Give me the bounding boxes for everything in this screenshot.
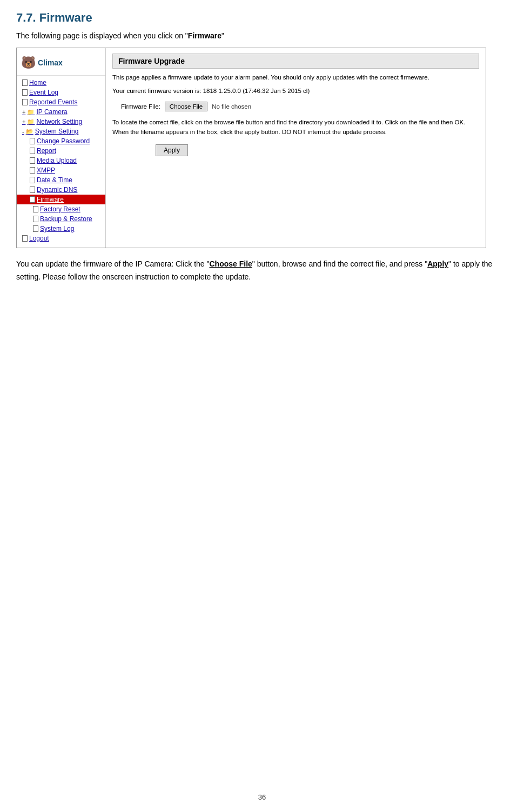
sidebar-label-backup-restore: Backup & Restore — [40, 215, 92, 223]
sidebar-item-date-time[interactable]: Date & Time — [17, 175, 105, 185]
sidebar-item-firmware[interactable]: Firmware — [17, 195, 105, 204]
sidebar-label-system-setting: System Setting — [35, 128, 79, 135]
doc-icon — [30, 187, 35, 193]
instruction-text: To locate the correct file, click on the… — [112, 118, 479, 137]
version-text: Your current firmware version is: 1818 1… — [112, 88, 479, 94]
doc-icon — [30, 196, 35, 203]
firmware-upgrade-header: Firmware Upgrade — [112, 54, 479, 69]
sidebar-label-factory-reset: Factory Reset — [40, 205, 80, 213]
no-file-text: No file chosen — [212, 103, 251, 110]
sidebar-item-system-log[interactable]: System Log — [17, 224, 105, 234]
main-panel: Firmware Upgrade This page applies a fir… — [106, 48, 486, 248]
screenshot-box: 🐻 Climax Home Event Log Reported Events — [16, 48, 486, 248]
logo-area: 🐻 Climax — [17, 52, 105, 76]
body-text: You can update the firmware of the IP Ca… — [16, 258, 508, 284]
doc-icon — [30, 138, 35, 144]
sidebar-item-network-setting[interactable]: + 📁 Network Setting — [17, 117, 105, 127]
choose-file-button[interactable]: Choose File — [165, 102, 207, 111]
sidebar-label-home: Home — [29, 79, 46, 86]
page-title: 7.7. Firmware — [16, 11, 508, 25]
sidebar-label-change-password: Change Password — [37, 137, 90, 145]
page-number: 36 — [258, 793, 266, 801]
folder-icon: 📁 — [27, 109, 35, 116]
sidebar-label-firmware: Firmware — [37, 196, 64, 203]
logo-text: Climax — [38, 58, 63, 67]
expand-icon: + — [22, 118, 25, 125]
logo: 🐻 Climax — [21, 56, 63, 70]
doc-icon — [33, 216, 38, 222]
sidebar-item-change-password[interactable]: Change Password — [17, 136, 105, 146]
sidebar-item-backup-restore[interactable]: Backup & Restore — [17, 214, 105, 224]
sidebar-label-reported-events: Reported Events — [29, 98, 77, 106]
folder-icon: 📁 — [27, 118, 35, 125]
doc-icon — [30, 148, 35, 154]
sidebar-label-ip-camera: IP Camera — [36, 108, 67, 116]
firmware-file-label: Firmware File: — [121, 103, 160, 110]
folder-icon: 📂 — [26, 128, 33, 135]
logo-icon: 🐻 — [21, 56, 36, 70]
doc-icon — [33, 206, 38, 212]
sidebar-item-report[interactable]: Report — [17, 146, 105, 156]
sidebar-label-logout: Logout — [29, 235, 49, 242]
sidebar-label-dynamic-dns: Dynamic DNS — [37, 186, 77, 194]
sidebar-item-home[interactable]: Home — [17, 78, 105, 88]
section-title: Firmware Upgrade — [118, 57, 185, 65]
doc-icon — [30, 167, 35, 174]
doc-icon — [30, 177, 35, 183]
sidebar-label-media-upload: Media Upload — [37, 157, 77, 164]
sidebar-label-network-setting: Network Setting — [36, 118, 82, 125]
apply-bold: Apply — [427, 259, 448, 268]
sidebar-item-system-setting[interactable]: - 📂 System Setting — [17, 127, 105, 136]
sidebar: 🐻 Climax Home Event Log Reported Events — [17, 48, 106, 248]
doc-icon — [30, 157, 35, 164]
intro-bold: Firmware — [188, 31, 221, 40]
sidebar-label-xmpp: XMPP — [37, 167, 55, 174]
sidebar-item-factory-reset[interactable]: Factory Reset — [17, 204, 105, 214]
sidebar-label-system-log: System Log — [40, 225, 74, 232]
sidebar-label-event-log: Event Log — [29, 89, 58, 96]
choose-file-bold: Choose File — [210, 259, 252, 268]
intro-paragraph: The following page is displayed when you… — [16, 31, 508, 40]
sidebar-label-date-time: Date & Time — [37, 176, 72, 184]
apply-button[interactable]: Apply — [156, 144, 188, 156]
description-text: This page applies a firmware update to y… — [112, 73, 479, 82]
expand-icon: + — [22, 109, 25, 115]
sidebar-label-report: Report — [37, 147, 56, 155]
sidebar-item-reported-events[interactable]: Reported Events — [17, 97, 105, 107]
collapse-icon: - — [22, 128, 24, 135]
doc-icon — [33, 225, 38, 232]
sidebar-item-xmpp[interactable]: XMPP — [17, 165, 105, 175]
file-row: Firmware File: Choose File No file chose… — [112, 102, 479, 111]
sidebar-item-dynamic-dns[interactable]: Dynamic DNS — [17, 185, 105, 195]
doc-icon — [22, 235, 28, 242]
doc-icon — [22, 79, 28, 86]
doc-icon — [22, 99, 28, 105]
sidebar-item-ip-camera[interactable]: + 📁 IP Camera — [17, 107, 105, 117]
sidebar-item-event-log[interactable]: Event Log — [17, 88, 105, 97]
sidebar-item-media-upload[interactable]: Media Upload — [17, 156, 105, 165]
doc-icon — [22, 89, 28, 96]
sidebar-item-logout[interactable]: Logout — [17, 234, 105, 243]
apply-row: Apply — [112, 144, 479, 156]
